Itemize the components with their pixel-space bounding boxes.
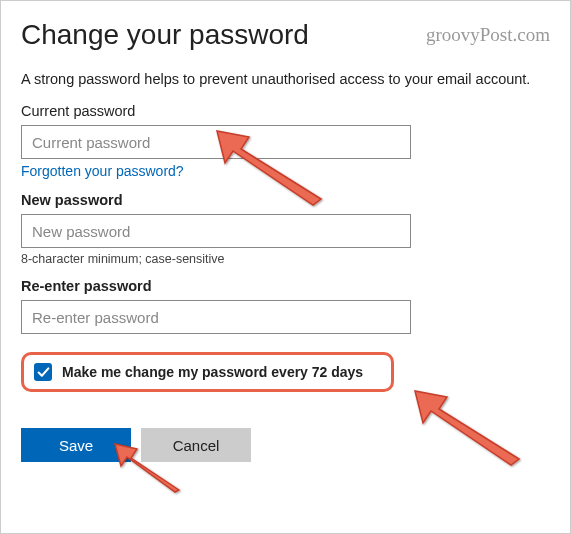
force-change-checkbox[interactable] <box>34 363 52 381</box>
save-button[interactable]: Save <box>21 428 131 462</box>
current-password-input[interactable] <box>21 125 411 159</box>
page-title: Change your password <box>21 19 309 51</box>
new-password-input[interactable] <box>21 214 411 248</box>
current-password-label: Current password <box>21 103 550 119</box>
check-icon <box>37 366 50 379</box>
force-change-row[interactable]: Make me change my password every 72 days <box>21 352 394 392</box>
force-change-label: Make me change my password every 72 days <box>62 364 363 380</box>
forgot-password-link[interactable]: Forgotten your password? <box>21 163 184 179</box>
reenter-password-input[interactable] <box>21 300 411 334</box>
cancel-button[interactable]: Cancel <box>141 428 251 462</box>
new-password-label: New password <box>21 192 550 208</box>
help-text: A strong password helps to prevent unaut… <box>21 71 550 87</box>
reenter-password-label: Re-enter password <box>21 278 550 294</box>
password-hint: 8-character minimum; case-sensitive <box>21 252 550 266</box>
watermark: groovyPost.com <box>426 24 550 46</box>
